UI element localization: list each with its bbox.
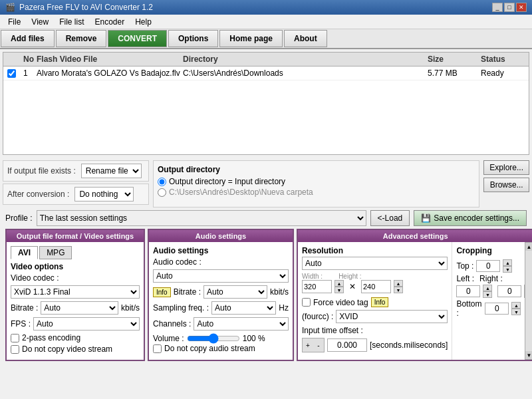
bottom-up-button[interactable]: ▲ [511, 302, 521, 309]
audio-info-button[interactable]: Info [153, 287, 171, 297]
maximize-button[interactable]: □ [504, 3, 515, 12]
dim-row: Width : Height : [302, 273, 448, 280]
homepage-button[interactable]: Home page [219, 30, 283, 47]
sampling-unit: Hz [279, 303, 289, 313]
height-input[interactable] [362, 283, 382, 291]
resolution-select[interactable]: Auto 640x480 1280x720 [302, 257, 448, 270]
scroll-up-arrow[interactable]: ▲ [525, 243, 532, 251]
options-button[interactable]: Options [168, 30, 218, 47]
row-checkbox[interactable] [7, 69, 16, 78]
save-button[interactable]: 💾 Save encoder settings... [414, 210, 527, 226]
remove-button[interactable]: Remove [56, 30, 107, 47]
profile-select[interactable]: The last session settings [37, 210, 366, 226]
audio-bitrate-select[interactable]: Auto 64 128 192 [203, 285, 267, 299]
right-input[interactable] [497, 285, 521, 297]
explore-button[interactable]: Explore... [483, 160, 529, 175]
bottom-input[interactable] [485, 303, 509, 315]
video-codec-select[interactable]: XviD 1.1.3 Final DivX H.264 [11, 285, 140, 299]
explore-browse: Explore... Browse... [483, 160, 529, 207]
output-dir-section: Output directory Output directory = Inpu… [153, 160, 479, 207]
no-copy-audio-checkbox[interactable] [153, 344, 162, 353]
row-filename: Alvaro Morata's GOLAZO Vs Badajoz.flv [35, 68, 182, 78]
row-status: Ready [479, 68, 526, 78]
menu-help[interactable]: Help [130, 16, 157, 28]
menu-filelist[interactable]: File list [54, 16, 89, 28]
left-label: Left : [456, 274, 474, 283]
height-down-button[interactable]: ▼ [394, 287, 403, 293]
row-directory: C:\Users\Andrés\Downloads [182, 68, 426, 78]
fps-row: FPS : Auto 24 25 30 [11, 317, 140, 331]
left-down-button[interactable]: ▼ [483, 291, 492, 298]
menu-file[interactable]: File [3, 16, 26, 28]
browse-button[interactable]: Browse... [483, 178, 529, 192]
force-video-checkbox[interactable] [302, 298, 311, 307]
top-up-button[interactable]: ▲ [503, 259, 512, 266]
cropping-section: Cropping Top : ▲ ▼ Left : Right : [452, 242, 525, 360]
no-copy-checkbox[interactable] [11, 345, 19, 354]
crop-lr-inputs: ▲ ▼ ▲ ▼ [456, 285, 521, 298]
bottom-label: Bottom : [456, 299, 482, 318]
height-up-button[interactable]: ▲ [394, 280, 403, 287]
audio-panel: Audio settings Audio settings Audio code… [148, 229, 294, 361]
row-size: 5.77 MB [426, 68, 479, 78]
tab-avi[interactable]: AVI [11, 246, 38, 259]
top-down-button[interactable]: ▼ [503, 266, 512, 273]
channels-select[interactable]: Auto 1 2 [194, 317, 289, 331]
minimize-button[interactable]: _ [492, 3, 503, 12]
left-spinner: ▲ ▼ [483, 285, 492, 298]
scroll-down-arrow[interactable]: ▼ [525, 351, 532, 359]
output-video-panel-header: Output file format / Video settings [7, 230, 144, 242]
time-offset-row: Input time offset : [302, 326, 448, 335]
table-row[interactable]: 1 Alvaro Morata's GOLAZO Vs Badajoz.flv … [3, 66, 529, 80]
title-bar-controls: _ □ ✕ [492, 3, 527, 12]
about-button[interactable]: About [284, 30, 327, 47]
bottom-down-button[interactable]: ▼ [511, 309, 521, 315]
advanced-scrollbar[interactable]: ▲ ▼ [525, 242, 532, 360]
volume-slider[interactable] [187, 333, 240, 344]
cropping-label: Cropping [456, 246, 521, 255]
fps-label: FPS : [11, 319, 31, 329]
row-no: 1 [22, 68, 35, 78]
add-files-button[interactable]: Add files [1, 30, 55, 47]
force-video-row: Force video tag Info [302, 297, 448, 307]
radio-input-dir[interactable] [158, 178, 166, 186]
load-button[interactable]: <-Load [370, 210, 410, 226]
bitrate-select[interactable]: Auto 128 256 [41, 301, 118, 315]
bitrate-label: Bitrate : [11, 303, 38, 313]
resolution-section: Resolution Auto 640x480 1280x720 Width :… [302, 246, 448, 293]
fps-select[interactable]: Auto 24 25 30 [33, 317, 140, 331]
if-exists-select[interactable]: Rename file Overwrite Skip [81, 164, 142, 178]
two-pass-checkbox[interactable] [11, 334, 19, 342]
crop-top-row: Top : ▲ ▼ [456, 259, 521, 273]
col-status: Status [479, 54, 526, 65]
width-spinner: ▲ ▼ [334, 280, 344, 293]
time-offset-input[interactable] [327, 338, 367, 352]
height-spinner: ▲ ▼ [394, 280, 403, 293]
time-offset-label: Input time offset : [302, 326, 363, 335]
force-info-button[interactable]: Info [371, 297, 389, 307]
profile-row: Profile : The last session settings <-Lo… [3, 210, 529, 226]
left-input[interactable] [456, 285, 480, 297]
after-conv-select[interactable]: Do nothing Open folder Shutdown [74, 187, 134, 201]
convert-button[interactable]: CONVERT [108, 30, 167, 47]
audio-codec-select[interactable]: Auto MP3 AAC [153, 269, 289, 283]
width-down-button[interactable]: ▼ [334, 287, 344, 293]
width-up-button[interactable]: ▲ [334, 280, 344, 287]
time-minus-button[interactable]: - [313, 338, 324, 352]
menu-encoder[interactable]: Encoder [89, 16, 130, 28]
if-exists-row: If output file exists : Rename file Over… [3, 160, 149, 182]
close-button[interactable]: ✕ [516, 3, 527, 12]
tab-mpg[interactable]: MPG [39, 246, 72, 259]
left-up-button[interactable]: ▲ [483, 285, 492, 291]
time-plus-button[interactable]: + [303, 338, 313, 352]
crop-lr-row: Left : Right : [456, 274, 521, 283]
width-input[interactable] [303, 283, 323, 291]
audio-bitrate-label: Bitrate : [174, 287, 201, 297]
fourcc-select[interactable]: XVID DIVX [336, 310, 448, 323]
row-checkbox-cell[interactable] [6, 68, 22, 78]
top-input[interactable] [476, 260, 500, 272]
sampling-select[interactable]: Auto 44100 22050 [211, 301, 276, 315]
radio-custom-dir[interactable] [158, 188, 166, 197]
menu-view[interactable]: View [26, 16, 54, 28]
audio-bitrate-unit: kbit/s [270, 287, 289, 297]
